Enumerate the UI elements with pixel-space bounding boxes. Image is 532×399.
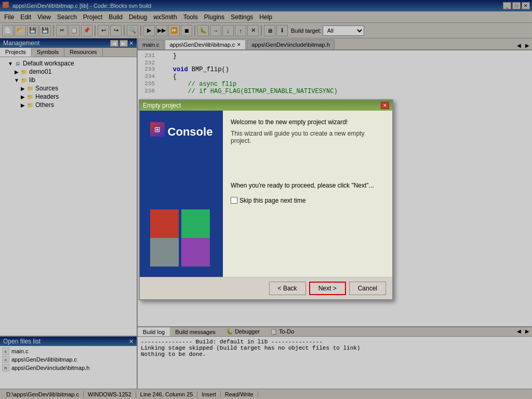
empty-project-dialog: Empty project ✕ ⊞ Console [139,99,393,300]
cube-top-right [181,209,210,238]
cube-bottom-right [181,238,210,267]
dialog-body: ⊞ Console Welcome to the new empty proje… [140,111,392,277]
dialog-overlay: Empty project ✕ ⊞ Console [0,0,532,399]
dialog-proceed-text: When you're ready to proceed, please cli… [231,182,384,189]
next-button[interactable]: Next > [309,282,346,295]
skip-checkbox[interactable] [231,197,237,204]
dialog-close-button[interactable]: ✕ [381,102,389,109]
back-button[interactable]: < Back [269,282,306,295]
dialog-footer: < Back Next > Cancel [140,277,392,299]
dialog-welcome-line1: Welcome to the new empty project wizard! [231,118,384,126]
dialog-titlebar: Empty project ✕ [140,100,392,111]
skip-checkbox-row: Skip this page next time [231,197,384,204]
cubes-display [148,204,215,267]
dialog-logo-text: Console [168,125,213,139]
cube-top-left [150,209,179,238]
console-icon: ⊞ [150,122,165,137]
cancel-button[interactable]: Cancel [349,282,386,295]
dialog-left-panel: ⊞ Console [140,111,223,277]
skip-label: Skip this page next time [240,197,305,204]
dialog-right-panel: Welcome to the new empty project wizard!… [223,111,392,277]
cube-bottom-left [150,238,179,267]
dialog-welcome-line2: This wizard will guide you to create a n… [231,130,384,144]
dialog-title: Empty project [143,102,181,109]
cube-graphic [148,204,215,267]
